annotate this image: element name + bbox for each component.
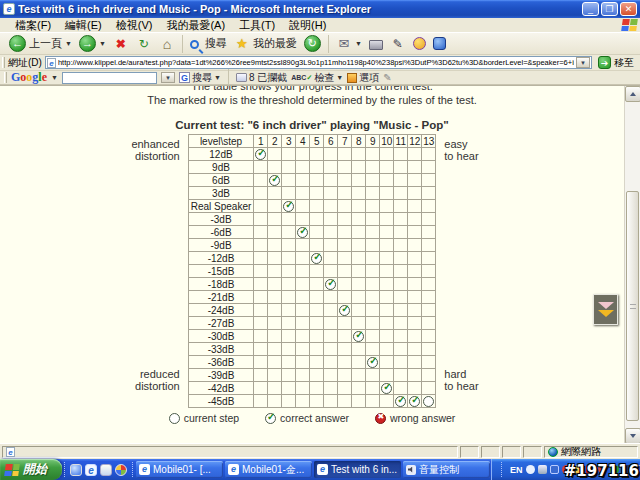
step-cell[interactable]	[408, 343, 422, 356]
step-cell[interactable]	[366, 239, 380, 252]
display-tray-icon[interactable]	[538, 465, 547, 474]
step-cell[interactable]	[296, 187, 310, 200]
msn-button[interactable]	[430, 36, 449, 51]
step-cell[interactable]	[296, 265, 310, 278]
step-cell[interactable]	[324, 278, 338, 291]
step-cell[interactable]	[338, 304, 352, 317]
step-cell[interactable]	[394, 187, 408, 200]
step-cell[interactable]	[366, 213, 380, 226]
step-cell[interactable]	[422, 187, 436, 200]
step-cell[interactable]	[380, 278, 394, 291]
step-cell[interactable]	[352, 395, 366, 408]
step-cell[interactable]	[394, 291, 408, 304]
restore-button[interactable]: ❐	[601, 2, 618, 16]
step-cell[interactable]	[324, 187, 338, 200]
step-cell[interactable]	[296, 148, 310, 161]
step-cell[interactable]	[338, 148, 352, 161]
step-cell[interactable]	[268, 174, 282, 187]
step-cell[interactable]	[352, 278, 366, 291]
mail-button[interactable]: ✉▼	[333, 35, 365, 53]
step-cell[interactable]	[282, 213, 296, 226]
step-cell[interactable]	[324, 304, 338, 317]
step-cell[interactable]	[366, 187, 380, 200]
step-cell[interactable]	[408, 252, 422, 265]
step-cell[interactable]	[380, 148, 394, 161]
step-cell[interactable]	[296, 200, 310, 213]
taskbar-grip[interactable]	[132, 462, 133, 477]
step-cell[interactable]	[282, 226, 296, 239]
highlighter-icon[interactable]: ✎	[383, 72, 391, 83]
options-button[interactable]: 選項	[347, 71, 379, 85]
step-cell[interactable]	[408, 356, 422, 369]
step-cell[interactable]	[310, 187, 324, 200]
step-cell[interactable]	[296, 304, 310, 317]
popup-blocker-button[interactable]: 8 已攔截	[236, 71, 287, 85]
close-button[interactable]: ✕	[620, 2, 637, 16]
step-cell[interactable]	[268, 317, 282, 330]
minimize-button[interactable]: _	[582, 2, 599, 16]
step-cell[interactable]	[310, 382, 324, 395]
step-cell[interactable]	[268, 304, 282, 317]
step-cell[interactable]	[254, 278, 268, 291]
step-cell[interactable]	[408, 291, 422, 304]
step-cell[interactable]	[310, 174, 324, 187]
step-cell[interactable]	[394, 317, 408, 330]
internet-explorer-icon[interactable]: e	[85, 464, 97, 476]
step-cell[interactable]	[422, 356, 436, 369]
step-cell[interactable]	[296, 382, 310, 395]
edit-button[interactable]: ✎	[387, 35, 409, 53]
step-cell[interactable]	[254, 187, 268, 200]
step-cell[interactable]	[254, 213, 268, 226]
step-cell[interactable]	[282, 330, 296, 343]
step-cell[interactable]	[254, 291, 268, 304]
step-cell[interactable]	[296, 395, 310, 408]
scroll-down-overlay-button[interactable]	[593, 294, 618, 325]
step-cell[interactable]	[282, 304, 296, 317]
step-cell[interactable]	[338, 278, 352, 291]
step-cell[interactable]	[282, 291, 296, 304]
step-cell[interactable]	[268, 382, 282, 395]
step-cell[interactable]	[338, 187, 352, 200]
step-cell[interactable]	[408, 278, 422, 291]
step-cell[interactable]	[394, 304, 408, 317]
step-cell[interactable]	[394, 226, 408, 239]
step-cell[interactable]	[366, 304, 380, 317]
step-cell[interactable]	[338, 369, 352, 382]
step-cell[interactable]	[324, 174, 338, 187]
step-cell[interactable]	[352, 213, 366, 226]
step-cell[interactable]	[282, 369, 296, 382]
google-search-input[interactable]	[62, 72, 157, 84]
spellcheck-button[interactable]: ABC✓ 檢查 ▼	[291, 71, 343, 85]
step-cell[interactable]	[296, 330, 310, 343]
step-cell[interactable]	[422, 226, 436, 239]
step-cell[interactable]	[366, 317, 380, 330]
back-button[interactable]: ←上一頁▼	[6, 34, 75, 53]
step-cell[interactable]	[268, 200, 282, 213]
refresh-button[interactable]: ↻	[133, 35, 155, 53]
step-cell[interactable]	[352, 330, 366, 343]
step-cell[interactable]	[352, 356, 366, 369]
step-cell[interactable]	[352, 382, 366, 395]
taskbar-grip[interactable]	[64, 462, 65, 477]
collapse-tray-icon[interactable]	[526, 465, 535, 474]
step-cell[interactable]	[380, 187, 394, 200]
step-cell[interactable]	[394, 161, 408, 174]
step-cell[interactable]	[282, 356, 296, 369]
step-cell[interactable]	[408, 317, 422, 330]
step-cell[interactable]	[366, 265, 380, 278]
step-cell[interactable]	[268, 356, 282, 369]
step-cell[interactable]	[254, 343, 268, 356]
step-cell[interactable]	[254, 382, 268, 395]
task-button[interactable]: eMobile01-金...	[225, 461, 312, 478]
step-cell[interactable]	[366, 200, 380, 213]
step-cell[interactable]	[366, 226, 380, 239]
step-cell[interactable]	[352, 343, 366, 356]
step-cell[interactable]	[394, 278, 408, 291]
step-cell[interactable]	[296, 226, 310, 239]
step-cell[interactable]	[380, 382, 394, 395]
step-cell[interactable]	[408, 369, 422, 382]
step-cell[interactable]	[338, 330, 352, 343]
step-cell[interactable]	[310, 395, 324, 408]
step-cell[interactable]	[254, 369, 268, 382]
step-cell[interactable]	[380, 226, 394, 239]
